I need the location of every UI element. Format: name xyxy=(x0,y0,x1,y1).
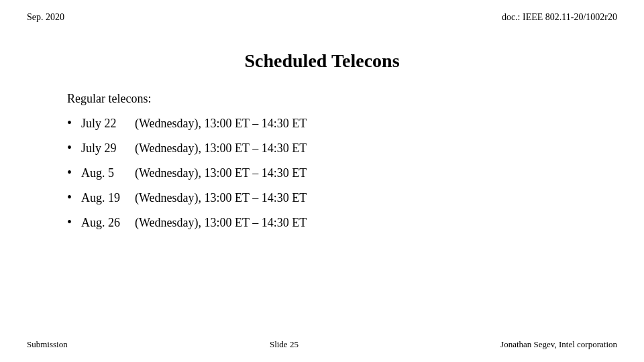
list-item: •Aug. 5(Wednesday), 13:00 ET – 14:30 ET xyxy=(67,165,617,180)
telecon-detail: (Wednesday), 13:00 ET – 14:30 ET xyxy=(135,141,307,156)
telecon-detail: (Wednesday), 13:00 ET – 14:30 ET xyxy=(135,216,307,230)
content-area: Regular telecons: •July 22(Wednesday), 1… xyxy=(67,92,617,230)
list-item: •Aug. 19(Wednesday), 13:00 ET – 14:30 ET xyxy=(67,190,617,205)
footer-center: Slide 25 xyxy=(270,339,299,350)
header-left: Sep. 2020 xyxy=(27,12,64,23)
slide: Sep. 2020 doc.: IEEE 802.11-20/1002r20 S… xyxy=(0,0,644,362)
footer-left: Submission xyxy=(27,339,68,350)
telecon-date: July 22 xyxy=(81,117,135,131)
list-item: •Aug. 26(Wednesday), 13:00 ET – 14:30 ET xyxy=(67,215,617,230)
telecon-date: Aug. 19 xyxy=(81,191,135,205)
slide-title: Scheduled Telecons xyxy=(27,50,617,72)
telecon-date: July 29 xyxy=(81,141,135,156)
telecon-list: •July 22(Wednesday), 13:00 ET – 14:30 ET… xyxy=(67,115,617,230)
footer: Submission Slide 25 Jonathan Segev, Inte… xyxy=(0,339,644,350)
bullet-icon: • xyxy=(67,215,72,230)
regular-label: Regular telecons: xyxy=(67,92,617,106)
header-right: doc.: IEEE 802.11-20/1002r20 xyxy=(502,12,617,23)
footer-right: Jonathan Segev, Intel corporation xyxy=(500,339,617,350)
list-item: •July 22(Wednesday), 13:00 ET – 14:30 ET xyxy=(67,115,617,131)
bullet-icon: • xyxy=(67,165,72,180)
telecon-detail: (Wednesday), 13:00 ET – 14:30 ET xyxy=(135,117,307,131)
bullet-icon: • xyxy=(67,115,72,131)
bullet-icon: • xyxy=(67,140,72,156)
bullet-icon: • xyxy=(67,190,72,205)
telecon-date: Aug. 5 xyxy=(81,166,135,180)
telecon-detail: (Wednesday), 13:00 ET – 14:30 ET xyxy=(135,166,307,180)
telecon-date: Aug. 26 xyxy=(81,216,135,230)
telecon-detail: (Wednesday), 13:00 ET – 14:30 ET xyxy=(135,191,307,205)
list-item: •July 29(Wednesday), 13:00 ET – 14:30 ET xyxy=(67,140,617,156)
